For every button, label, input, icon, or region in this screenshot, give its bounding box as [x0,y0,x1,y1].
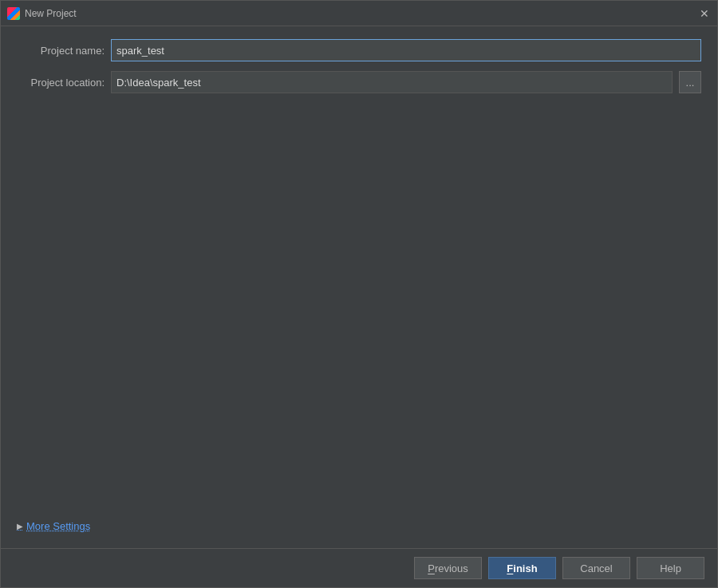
app-icon [7,7,20,20]
title-bar-left: New Project [7,7,77,20]
dialog-content: Project name: Project location: ... ▶ Mo… [1,26,717,548]
project-name-row: Project name: [17,39,701,61]
finish-button[interactable]: Finish [488,557,556,579]
project-name-input[interactable] [111,39,701,61]
more-settings-arrow-icon: ▶ [17,522,23,531]
project-name-label: Project name: [17,45,105,57]
help-button[interactable]: Help [637,557,704,579]
more-settings-toggle[interactable]: ▶ More Settings [17,517,701,535]
browse-button-label: ... [686,77,695,89]
middle-area [17,93,701,517]
close-button[interactable]: ✕ [698,7,711,20]
new-project-dialog: New Project ✕ Project name: Project loca… [0,0,718,588]
cancel-button[interactable]: Cancel [562,557,630,579]
finish-button-label: Finish [507,562,537,574]
more-settings-label: More Settings [26,520,90,532]
project-location-input[interactable] [111,71,673,93]
form-section: Project name: Project location: ... [17,39,701,93]
cancel-button-label: Cancel [580,562,612,574]
title-bar: New Project ✕ [1,1,717,26]
browse-button[interactable]: ... [679,71,701,93]
previous-button-label: PPreviousrevious [428,562,468,574]
project-location-row: Project location: ... [17,71,701,93]
intellij-logo [7,7,20,20]
help-button-label: Help [660,562,681,574]
bottom-bar: PPreviousrevious Finish Cancel Help [1,548,717,587]
window-title: New Project [25,8,77,19]
project-location-label: Project location: [17,77,105,89]
previous-button[interactable]: PPreviousrevious [414,557,482,579]
